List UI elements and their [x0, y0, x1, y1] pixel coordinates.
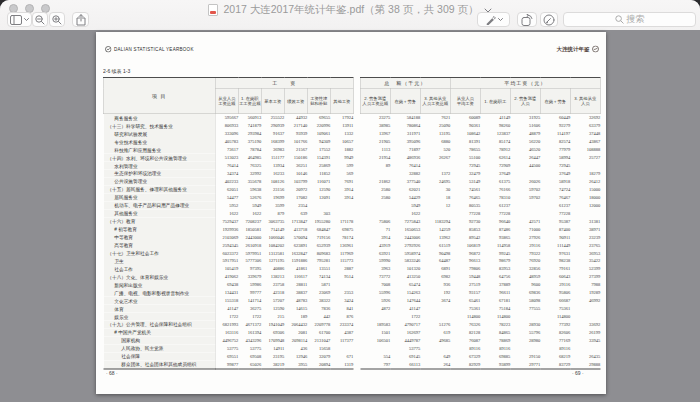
table-cell — [420, 344, 450, 352]
table-row: 国家机构449675243432961709948209811421310471… — [103, 336, 353, 344]
table-cell: 40886 — [261, 265, 284, 273]
brand-left-text: DALIAN STATISTICAL YEARBOOK — [114, 47, 194, 52]
chevron-down-icon — [24, 18, 29, 22]
table-cell: 93939 — [284, 130, 307, 138]
table-cell — [570, 305, 600, 313]
table-cell: 81391 — [450, 138, 480, 146]
table-cell: 74561 — [450, 186, 480, 194]
table-cell: 1722 — [390, 313, 420, 321]
table-cell: 4343296 — [238, 336, 261, 344]
table-cell: （十九）公共管理、社会保障和社会组织 — [103, 321, 215, 329]
table-cell: 43919 — [360, 241, 390, 249]
zoom-in-button[interactable] — [49, 12, 65, 27]
table-row: 科技推广和应用服务业73617787843698321567175521882 — [103, 146, 353, 154]
table-cell: 171178 — [330, 217, 353, 225]
table-row: 2186237754024695531496137526026589182641… — [360, 178, 600, 186]
table-cell: 639 — [284, 209, 307, 217]
table-cell: 21905 — [360, 138, 390, 146]
table-cell: 26447 — [510, 154, 540, 162]
table-cell: 32079 — [307, 352, 330, 360]
search-placeholder: 搜索 — [627, 13, 645, 26]
table-cell: 1709948 — [261, 336, 284, 344]
table-cell: 2209778 — [307, 321, 330, 329]
table-cell — [570, 313, 600, 321]
table-cell: 76326 — [450, 321, 480, 329]
table-cell — [420, 162, 450, 170]
table-cell: 76414 — [215, 162, 238, 170]
table-cell — [420, 305, 450, 313]
table-cell: 150186 — [284, 154, 307, 162]
table-cell: 90911 — [540, 233, 570, 241]
view-menu-button[interactable] — [7, 12, 32, 27]
wage-table-right: 总 额（千元）平均工资（元）2. 劳务派遣 人员工资总额在岗＋劳务3. 其他从业… — [360, 77, 601, 369]
table-cell: 5777306 — [238, 257, 261, 265]
table-cell: 5871 — [307, 281, 330, 289]
table-cell: 5833246 — [390, 257, 420, 265]
table-cell: （十三）科学研究、技术服务业 — [103, 122, 215, 130]
table-cell: 69836 — [510, 289, 540, 297]
rotate-button[interactable] — [517, 12, 537, 27]
table-cell: 19289 — [570, 289, 600, 297]
table-cell: 72945 — [540, 162, 570, 170]
table-cell: 76920 — [510, 257, 540, 265]
zoom-out-button[interactable] — [32, 12, 48, 27]
table-cell: 23195 — [261, 352, 284, 360]
table-cell: 96611 — [480, 289, 510, 297]
table-cell: 2443006 — [390, 233, 420, 241]
table-cell: 46992 — [570, 297, 600, 305]
table-cell: 3063735 — [261, 217, 284, 225]
table-cell: 71897 — [390, 146, 420, 154]
table-row: 15011626976198212884865557968260626199 — [360, 329, 600, 337]
table-cell: 总 额（千元） — [360, 78, 450, 89]
document-canvas[interactable]: DALIAN STATISTICAL YEARBOOK 大连统计年鉴 2-6 续… — [0, 30, 700, 402]
table-row: 3914244300613962895429386527926909112323… — [360, 233, 600, 241]
table-cell: 54477 — [215, 193, 238, 201]
table-row: 396310132068917980683953328567916152399 — [360, 265, 600, 273]
yearbook-brand-left: DALIAN STATISTICAL YEARBOOK — [105, 46, 194, 53]
table-cell: 76414 — [390, 162, 420, 170]
table-cell: 82929 — [450, 360, 480, 368]
table-cell: 89116 — [480, 344, 510, 352]
table-cell: 平均工资（元） — [450, 78, 600, 89]
table-cell: 12590 — [307, 186, 330, 194]
table-cell: 5979951 — [238, 249, 261, 257]
table-cell: 18 — [420, 193, 450, 201]
table-cell: 7836 — [307, 305, 330, 313]
table-cell: 37649 — [480, 170, 510, 178]
search-input[interactable]: 搜索 — [563, 12, 696, 27]
table-cell: 101320 — [390, 265, 420, 273]
table-cell: 806933 — [215, 122, 238, 130]
table-cell: 795281 — [307, 257, 330, 265]
table-cell: 1941049 — [261, 321, 284, 329]
table-cell: 69438 — [215, 281, 238, 289]
share-button[interactable] — [72, 12, 89, 27]
table-cell: 64487 — [420, 257, 450, 265]
table-cell: 26412 — [570, 178, 600, 186]
table-cell: 62614 — [480, 154, 510, 162]
annotate-button[interactable] — [540, 12, 558, 27]
table-cell: 76166 — [480, 186, 510, 194]
table-cell: 3674 — [420, 297, 450, 305]
table-cell: 体育 — [103, 305, 215, 313]
table-cell: 97631 — [540, 249, 570, 257]
table-cell: 77555 — [510, 305, 540, 313]
table-cell: 151177 — [261, 154, 284, 162]
table-cell — [570, 162, 600, 170]
table-cell: 其他工资 — [330, 88, 353, 114]
table-row: 7377241325069825944864756489596064327399 — [360, 273, 600, 281]
table-cell: 60643 — [540, 273, 570, 281]
table-cell: 29888 — [570, 360, 600, 368]
table-cell: 652939 — [307, 241, 330, 249]
table-cell: 23765 — [570, 241, 600, 249]
table-cell: 2580 — [360, 186, 390, 194]
table-row: （十六）教育7529437720823730637351713847195528… — [103, 217, 353, 225]
table-cell: 75361 — [540, 305, 570, 313]
table-cell: 95806 — [540, 289, 570, 297]
table-row: （十七）卫生和社会工作60233725979951131258116328478… — [103, 249, 353, 257]
markup-button[interactable] — [477, 12, 510, 27]
table-cell: 16233 — [261, 170, 284, 178]
table-cell: 17552 — [307, 146, 330, 154]
table-cell: 28930 — [510, 321, 540, 329]
table-cell: 31925 — [510, 114, 540, 122]
table-cell: 42571 — [510, 217, 540, 225]
